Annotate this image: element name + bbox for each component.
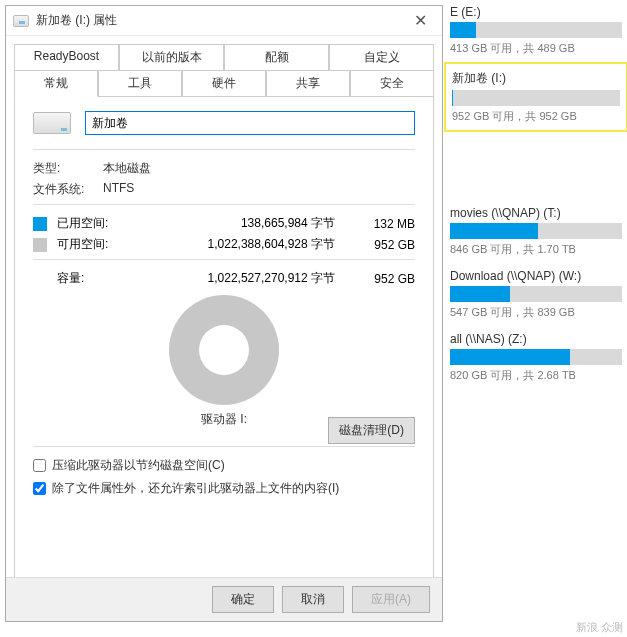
drive-item[interactable]: E (E:)413 GB 可用，共 489 GB (450, 5, 622, 56)
close-button[interactable]: ✕ (398, 6, 442, 36)
cap-hr: 952 GB (355, 272, 415, 286)
drive-name: E (E:) (450, 5, 622, 19)
drive-list-pane: E (E:)413 GB 可用，共 489 GB新加卷 (I:)952 GB 可… (450, 5, 622, 395)
apply-button[interactable]: 应用(A) (352, 586, 430, 613)
watermark: 新浪 众测 (576, 621, 623, 633)
dialog-buttons: 确定 取消 应用(A) (6, 577, 442, 621)
window-title: 新加卷 (I:) 属性 (36, 12, 398, 29)
drive-usage-bar (450, 286, 622, 302)
compress-checkbox[interactable] (33, 459, 46, 472)
index-checkbox-row[interactable]: 除了文件属性外，还允许索引此驱动器上文件的内容(I) (33, 480, 415, 497)
tab-硬件[interactable]: 硬件 (182, 70, 266, 97)
fs-value: NTFS (103, 181, 134, 198)
drive-info: 952 GB 可用，共 952 GB (452, 109, 620, 124)
free-swatch (33, 238, 47, 252)
drive-info: 413 GB 可用，共 489 GB (450, 41, 622, 56)
used-bytes: 138,665,984 字节 (129, 215, 355, 232)
compress-checkbox-row[interactable]: 压缩此驱动器以节约磁盘空间(C) (33, 457, 415, 474)
type-label: 类型: (33, 160, 103, 177)
index-checkbox[interactable] (33, 482, 46, 495)
tab-以前的版本[interactable]: 以前的版本 (119, 44, 224, 71)
tab-工具[interactable]: 工具 (98, 70, 182, 97)
index-label: 除了文件属性外，还允许索引此驱动器上文件的内容(I) (52, 480, 339, 497)
free-hr: 952 GB (355, 238, 415, 252)
tabs-area: ReadyBoost以前的版本配额自定义 常规工具硬件共享安全 类型:本地磁盘 … (6, 36, 442, 596)
tab-panel-general: 类型:本地磁盘 文件系统:NTFS 已用空间: 138,665,984 字节 1… (14, 96, 434, 596)
used-label: 已用空间: (57, 215, 129, 232)
drive-name: 新加卷 (I:) (452, 70, 620, 87)
drive-info: 846 GB 可用，共 1.70 TB (450, 242, 622, 257)
cap-label: 容量: (57, 270, 129, 287)
drive-item[interactable]: all (\\NAS) (Z:)820 GB 可用，共 2.68 TB (450, 332, 622, 383)
type-value: 本地磁盘 (103, 160, 151, 177)
drive-name: Download (\\QNAP) (W:) (450, 269, 622, 283)
properties-dialog: 新加卷 (I:) 属性 ✕ ReadyBoost以前的版本配额自定义 常规工具硬… (5, 5, 443, 622)
compress-label: 压缩此驱动器以节约磁盘空间(C) (52, 457, 225, 474)
drive-name: all (\\NAS) (Z:) (450, 332, 622, 346)
drive-info: 547 GB 可用，共 839 GB (450, 305, 622, 320)
drive-item[interactable]: 新加卷 (I:)952 GB 可用，共 952 GB (450, 68, 622, 126)
tab-安全[interactable]: 安全 (350, 70, 434, 97)
drive-usage-bar (450, 349, 622, 365)
drive-usage-bar (450, 22, 622, 38)
drive-name: movies (\\QNAP) (T:) (450, 206, 622, 220)
tab-配额[interactable]: 配额 (224, 44, 329, 71)
volume-name-input[interactable] (85, 111, 415, 135)
disk-cleanup-button[interactable]: 磁盘清理(D) (328, 417, 415, 444)
used-hr: 132 MB (355, 217, 415, 231)
ok-button[interactable]: 确定 (212, 586, 274, 613)
drive-item[interactable]: Download (\\QNAP) (W:)547 GB 可用，共 839 GB (450, 269, 622, 320)
cap-bytes: 1,022,527,270,912 字节 (129, 270, 355, 287)
usage-pie (169, 295, 279, 405)
drive-usage-bar (452, 90, 620, 106)
free-label: 可用空间: (57, 236, 129, 253)
used-swatch (33, 217, 47, 231)
tab-共享[interactable]: 共享 (266, 70, 350, 97)
volume-icon (33, 112, 71, 134)
tab-自定义[interactable]: 自定义 (329, 44, 434, 71)
tab-readyboost[interactable]: ReadyBoost (14, 44, 119, 71)
drive-icon (12, 12, 30, 30)
tab-常规[interactable]: 常规 (14, 70, 98, 97)
drive-usage-bar (450, 223, 622, 239)
drive-info: 820 GB 可用，共 2.68 TB (450, 368, 622, 383)
fs-label: 文件系统: (33, 181, 103, 198)
drive-letter-label: 驱动器 I: (201, 411, 247, 428)
drive-item[interactable]: movies (\\QNAP) (T:)846 GB 可用，共 1.70 TB (450, 206, 622, 257)
free-bytes: 1,022,388,604,928 字节 (129, 236, 355, 253)
cancel-button[interactable]: 取消 (282, 586, 344, 613)
titlebar[interactable]: 新加卷 (I:) 属性 ✕ (6, 6, 442, 36)
